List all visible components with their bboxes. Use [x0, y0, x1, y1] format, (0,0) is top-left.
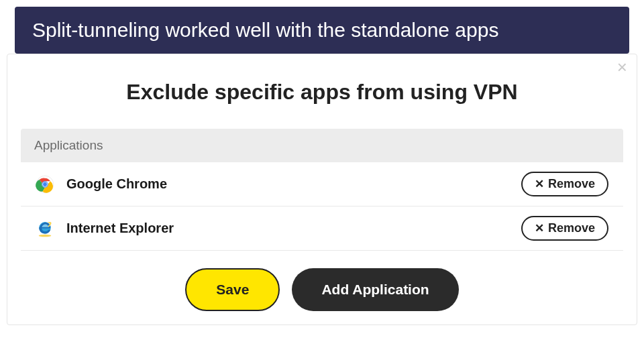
remove-button[interactable]: ✕ Remove [521, 216, 608, 241]
dialog-title: Exclude specific apps from using VPN [7, 54, 637, 129]
remove-button[interactable]: ✕ Remove [521, 172, 608, 196]
dialog-panel: × Exclude specific apps from using VPN A… [7, 54, 637, 325]
remove-label: Remove [548, 177, 595, 191]
app-row: Google Chrome ✕ Remove [21, 162, 623, 207]
x-icon: ✕ [535, 177, 544, 191]
app-row: Internet Explorer ✕ Remove [21, 207, 623, 251]
applications-header: Applications [21, 129, 623, 162]
chrome-icon [36, 175, 54, 194]
save-button[interactable]: Save [185, 268, 280, 311]
ie-icon [36, 219, 54, 238]
add-application-button[interactable]: Add Application [292, 268, 458, 311]
caption-banner: Split-tunneling worked well with the sta… [15, 7, 629, 54]
close-icon[interactable]: × [617, 58, 627, 76]
app-name: Google Chrome [66, 176, 521, 192]
x-icon: ✕ [535, 221, 544, 235]
app-name: Internet Explorer [66, 221, 521, 236]
svg-point-4 [39, 234, 52, 237]
svg-point-3 [43, 182, 47, 186]
remove-label: Remove [548, 221, 595, 235]
action-bar: Save Add Application [7, 268, 637, 311]
